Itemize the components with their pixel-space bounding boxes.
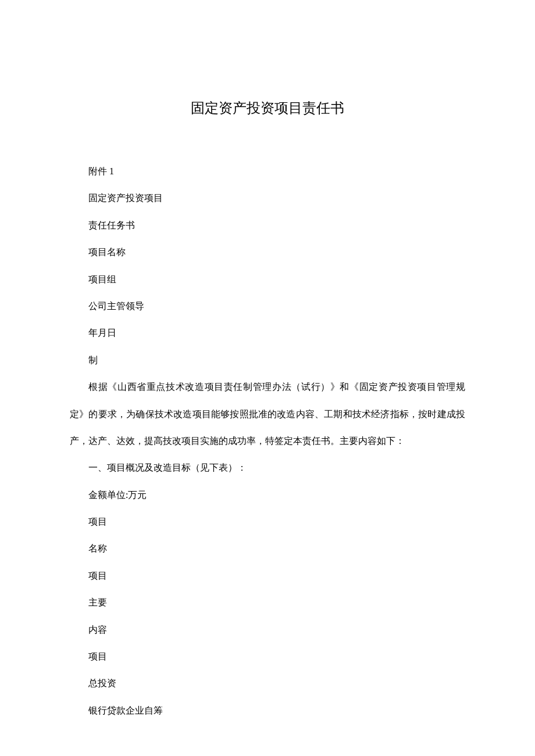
- body-line: 固定资产投资项目: [70, 185, 465, 212]
- body-line: 主要: [70, 589, 465, 616]
- body-line: 名称: [70, 535, 465, 562]
- document-title: 固定资产投资项目责任书: [70, 99, 465, 117]
- body-line: 责任任务书: [70, 212, 465, 239]
- body-paragraph: 根据《山西省重点技术改造项目责任制管理办法（试行）》和《固定资产投资项目管理规定…: [70, 374, 465, 454]
- body-line: 项目: [70, 643, 465, 670]
- body-line: 制: [70, 347, 465, 374]
- body-line: 项目: [70, 562, 465, 589]
- body-line: 内容: [70, 617, 465, 643]
- body-line: 总投资: [70, 670, 465, 697]
- body-line: 年月日: [70, 320, 465, 346]
- body-line: 金额单位:万元: [70, 482, 465, 508]
- body-line: 项目名称: [70, 239, 465, 266]
- body-line: 银行贷款企业自筹: [70, 697, 465, 724]
- attachment-label: 附件 1: [70, 158, 465, 185]
- body-line: 项目: [70, 508, 465, 535]
- body-line: 公司主管领导: [70, 293, 465, 320]
- section-heading: 一、项目概况及改造目标（见下表）：: [70, 454, 465, 481]
- body-line: 项目组: [70, 266, 465, 293]
